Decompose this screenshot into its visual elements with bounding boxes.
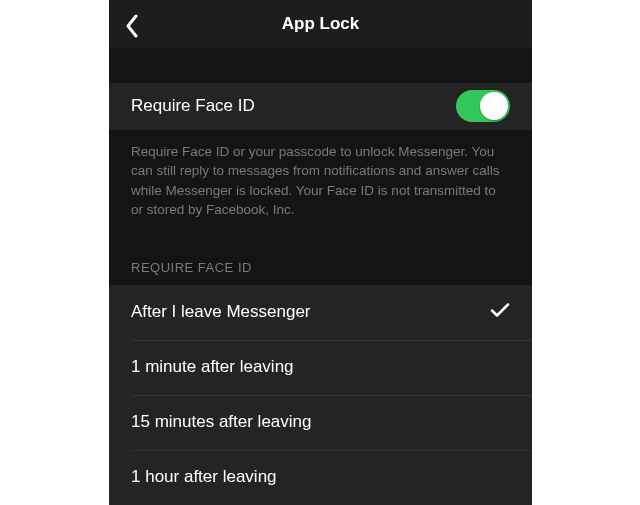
page-title: App Lock <box>282 14 359 34</box>
description-text: Require Face ID or your passcode to unlo… <box>131 142 510 220</box>
spacer <box>109 48 532 83</box>
chevron-left-icon <box>125 14 139 42</box>
require-faceid-row: Require Face ID <box>109 83 532 130</box>
lock-delay-options: After I leave Messenger 1 minute after l… <box>109 285 532 505</box>
checkmark-icon <box>490 302 510 322</box>
option-label: 15 minutes after leaving <box>131 412 312 432</box>
option-15-minutes[interactable]: 15 minutes after leaving <box>109 395 532 450</box>
app-lock-screen: App Lock Require Face ID Require Face ID… <box>109 0 532 505</box>
option-1-hour[interactable]: 1 hour after leaving <box>109 450 532 505</box>
option-after-leave[interactable]: After I leave Messenger <box>109 285 532 340</box>
description-block: Require Face ID or your passcode to unlo… <box>109 130 532 220</box>
require-faceid-toggle[interactable] <box>456 90 510 122</box>
section-header: REQUIRE FACE ID <box>109 220 532 285</box>
toggle-knob <box>480 92 508 120</box>
option-label: 1 minute after leaving <box>131 357 294 377</box>
require-faceid-label: Require Face ID <box>131 96 255 116</box>
option-label: 1 hour after leaving <box>131 467 277 487</box>
option-label: After I leave Messenger <box>131 302 311 322</box>
option-1-minute[interactable]: 1 minute after leaving <box>109 340 532 395</box>
section-header-text: REQUIRE FACE ID <box>131 260 510 275</box>
back-button[interactable] <box>125 0 139 56</box>
nav-bar: App Lock <box>109 0 532 48</box>
